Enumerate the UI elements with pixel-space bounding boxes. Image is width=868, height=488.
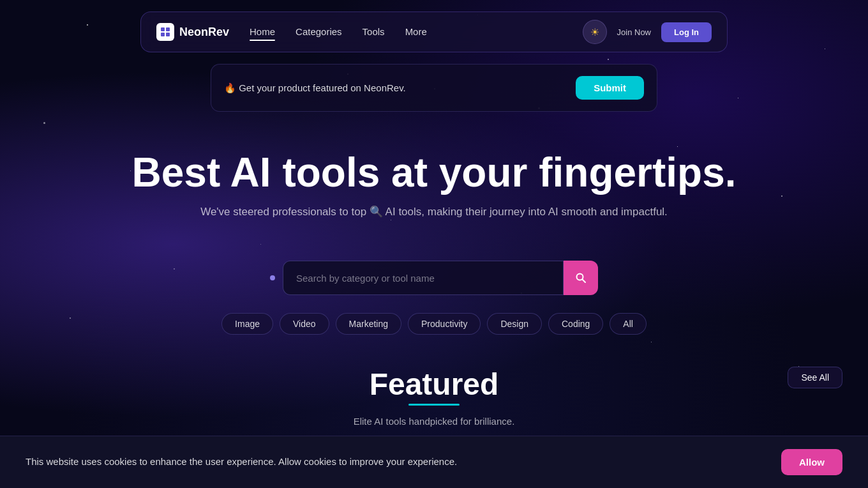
submit-button[interactable]: Submit <box>576 76 644 100</box>
nav-tools[interactable]: Tools <box>363 26 385 37</box>
featured-title: Featured <box>370 367 499 402</box>
svg-line-5 <box>583 280 586 283</box>
pill-video[interactable]: Video <box>280 313 329 335</box>
nav-categories[interactable]: Categories <box>296 26 342 37</box>
svg-rect-0 <box>161 27 165 31</box>
search-container <box>0 261 868 295</box>
search-dot-decoration <box>270 275 275 280</box>
allow-cookies-button[interactable]: Allow <box>781 449 842 475</box>
category-pills: Image Video Marketing Productivity Desig… <box>0 313 868 335</box>
nav-links: Home Categories Tools More <box>250 26 583 38</box>
hero-title: Best AI tools at your fingertips. <box>13 150 855 195</box>
search-button[interactable] <box>564 261 598 295</box>
theme-toggle-button[interactable]: ☀ <box>583 20 607 44</box>
hero-section: Best AI tools at your fingertips. We've … <box>0 112 868 261</box>
see-all-button[interactable]: See All <box>788 367 842 388</box>
logo-link[interactable]: NeonRev <box>156 23 229 41</box>
login-button[interactable]: Log In <box>661 22 712 42</box>
search-wrapper <box>283 261 598 295</box>
search-icon <box>575 272 587 284</box>
nav-right: ☀ Join Now Log In <box>583 20 712 44</box>
logo-text: NeonRev <box>179 26 229 39</box>
navbar: NeonRev Home Categories Tools More ☀ Joi… <box>140 11 728 52</box>
pill-productivity[interactable]: Productivity <box>408 313 481 335</box>
join-now-link[interactable]: Join Now <box>617 27 651 37</box>
search-input[interactable] <box>283 261 564 295</box>
pill-design[interactable]: Design <box>487 313 542 335</box>
nav-home[interactable]: Home <box>250 26 275 37</box>
featured-header: Featured See All <box>13 367 855 406</box>
promo-banner: 🔥 Get your product featured on NeonRev. … <box>211 64 657 112</box>
pill-image[interactable]: Image <box>221 313 273 335</box>
featured-subtitle: Elite AI tools handpicked for brilliance… <box>13 416 855 427</box>
banner-text: 🔥 Get your product featured on NeonRev. <box>224 82 406 94</box>
cookie-text: This website uses cookies to enhance the… <box>26 455 457 469</box>
cookie-banner: This website uses cookies to enhance the… <box>0 436 868 488</box>
svg-rect-1 <box>166 27 170 31</box>
pill-coding[interactable]: Coding <box>548 313 603 335</box>
nav-more[interactable]: More <box>405 26 427 37</box>
hero-subtitle: We've steered professionals to top 🔍 AI … <box>13 205 855 218</box>
pill-marketing[interactable]: Marketing <box>336 313 401 335</box>
logo-icon <box>156 23 174 41</box>
svg-rect-2 <box>161 33 165 36</box>
svg-rect-3 <box>166 33 170 36</box>
pill-all[interactable]: All <box>610 313 647 335</box>
